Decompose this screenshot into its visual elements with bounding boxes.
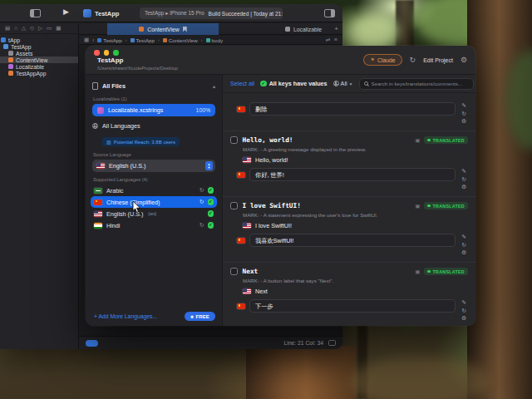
row-checkbox[interactable] bbox=[230, 268, 238, 275]
row-checkbox[interactable] bbox=[230, 136, 238, 144]
zoom-button[interactable] bbox=[113, 50, 119, 56]
dropdown-stepper-icon[interactable]: ▲▼ bbox=[205, 161, 213, 170]
file-row-localizable-xcstrings[interactable]: Localizable.xcstrings 100% bbox=[92, 104, 215, 116]
minimize-button[interactable] bbox=[104, 50, 110, 56]
edit-project-button[interactable]: Edit Project bbox=[423, 57, 453, 63]
breadcrumb[interactable]: body bbox=[206, 37, 223, 43]
us-flag-icon bbox=[96, 163, 105, 169]
translation-input[interactable]: 删除 bbox=[249, 102, 456, 116]
star-icon: ★ bbox=[190, 314, 195, 319]
run-button[interactable]: ▶ bbox=[63, 7, 69, 16]
status-pill[interactable] bbox=[86, 340, 98, 347]
settings-icon[interactable]: ⚙ bbox=[461, 184, 466, 190]
language-row-chinese-simplified[interactable]: Chinese (Simplified) ↻ bbox=[91, 196, 217, 208]
retranslate-icon[interactable]: ↻ bbox=[461, 242, 466, 249]
search-field[interactable] bbox=[359, 78, 474, 90]
project-path: /Users/shawn/XcodeProjects/Desktop bbox=[97, 66, 178, 71]
language-filter-dropdown[interactable]: All ▼ bbox=[333, 80, 353, 87]
edit-icon[interactable]: ✎ bbox=[461, 234, 466, 240]
all-languages-row[interactable]: All Languages bbox=[92, 120, 215, 132]
tab-contentview[interactable]: ContentView bbox=[107, 23, 219, 35]
add-more-languages-button[interactable]: + Add More Languages... bbox=[94, 313, 157, 319]
key-info-icon[interactable]: ▣ bbox=[415, 137, 420, 144]
breadcrumb[interactable]: TestApp bbox=[131, 37, 155, 43]
language-row-arabic[interactable]: Arabic ↻ bbox=[91, 185, 217, 196]
nav-item-contentview[interactable]: ContentView bbox=[0, 57, 78, 63]
project-navigator-icon[interactable]: ▤ bbox=[5, 25, 10, 32]
retranslate-icon[interactable]: ↻ bbox=[461, 176, 466, 183]
issue-navigator-icon[interactable]: △ bbox=[22, 25, 26, 32]
tab-localizable[interactable]: Localizable bbox=[245, 23, 342, 35]
settings-icon[interactable]: ⚙ bbox=[461, 249, 466, 256]
source-language-dropdown[interactable]: English (U.S.) ▲▼ bbox=[92, 160, 215, 172]
select-all-button[interactable]: Select all bbox=[230, 80, 254, 87]
row-checkbox[interactable] bbox=[230, 202, 238, 209]
nav-item-assets[interactable]: Assets bbox=[0, 50, 78, 57]
edit-icon[interactable]: ✎ bbox=[461, 168, 466, 175]
string-key: Hello, world! bbox=[243, 136, 293, 144]
report-navigator-icon[interactable]: ▦ bbox=[56, 25, 61, 32]
china-flag-icon bbox=[237, 106, 245, 112]
free-badge[interactable]: ★ FREE bbox=[185, 312, 215, 321]
debug-navigator-icon[interactable]: ▷ bbox=[38, 25, 42, 32]
source-string: Hello, world! bbox=[243, 156, 468, 164]
language-row-hindi[interactable]: Hindi ↻ bbox=[91, 219, 217, 231]
breadcrumb[interactable]: TestApp bbox=[97, 37, 121, 43]
key-info-icon[interactable]: ▣ bbox=[415, 203, 420, 209]
translation-input[interactable]: 下一步 bbox=[249, 299, 456, 313]
claude-button[interactable]: ✶ Claude bbox=[363, 54, 401, 66]
retranslate-icon[interactable]: ↻ bbox=[461, 308, 466, 314]
source-string: Next bbox=[243, 288, 468, 295]
chevron-up-icon[interactable]: ▴ bbox=[213, 83, 215, 89]
gear-icon[interactable]: ⚙ bbox=[461, 56, 467, 64]
progress-percent: 100% bbox=[196, 107, 210, 113]
nav-item-group[interactable]: TestApp bbox=[0, 43, 78, 50]
string-row-partial[interactable]: 删除 ✎ ↻ ⚙ bbox=[223, 93, 475, 131]
scheme-status-pill[interactable]: TestApp ▸ iPhone 15 Pro Build Succeeded … bbox=[140, 7, 283, 19]
settings-icon[interactable]: ⚙ bbox=[461, 315, 466, 322]
sync-icon[interactable]: ↻ bbox=[200, 199, 204, 205]
search-input[interactable] bbox=[372, 81, 469, 86]
supported-languages-header: Supported Languages (4) bbox=[93, 177, 215, 182]
all-files-row[interactable]: All Files ▴ bbox=[92, 80, 215, 91]
minimap-icon[interactable]: ≡ bbox=[334, 37, 337, 43]
editor-mode-icon[interactable] bbox=[328, 340, 336, 346]
back-icon[interactable]: ‹ bbox=[92, 37, 94, 43]
sync-icon[interactable]: ↻ bbox=[200, 187, 204, 194]
adjust-editor-icon[interactable]: ⇄ bbox=[326, 37, 330, 43]
string-row-i-love-swiftui[interactable]: I love SwiftUI! ▣ TRANSLATED MARK: - A s… bbox=[223, 196, 475, 262]
breadcrumb[interactable]: ContentView bbox=[163, 37, 198, 43]
edit-icon[interactable]: ✎ bbox=[461, 299, 466, 306]
nav-item-localizable[interactable]: Localizable bbox=[0, 63, 78, 70]
reload-icon[interactable]: ↻ bbox=[410, 56, 416, 64]
string-catalog-icon bbox=[8, 64, 13, 69]
close-button[interactable] bbox=[94, 50, 100, 56]
string-row-next[interactable]: Next ▣ TRANSLATED MARK: - A button label… bbox=[223, 262, 475, 326]
toggle-navigator-icon[interactable] bbox=[30, 9, 41, 17]
globe-icon bbox=[333, 81, 339, 86]
toggle-inspector-icon[interactable] bbox=[324, 9, 335, 17]
nav-item-project[interactable]: tApp bbox=[0, 37, 78, 43]
language-row-english-us[interactable]: English (U.S.) (en) bbox=[91, 208, 217, 219]
breakpoint-navigator-icon[interactable]: ▭ bbox=[47, 25, 52, 32]
editor-tab-bar: ContentView Localizable + bbox=[79, 23, 342, 35]
translation-input[interactable]: 我喜欢SwiftUI! bbox=[249, 234, 456, 247]
edit-icon[interactable]: ✎ bbox=[461, 102, 466, 109]
new-tab-button[interactable]: + bbox=[334, 25, 338, 32]
find-navigator-icon[interactable]: ○ bbox=[14, 25, 17, 32]
retranslate-icon[interactable]: ↻ bbox=[461, 111, 466, 117]
line-column-indicator[interactable]: Line: 21 Col: 34 bbox=[283, 340, 323, 346]
key-info-icon[interactable]: ▣ bbox=[415, 268, 420, 275]
scheme-device[interactable]: TestApp ▸ iPhone 15 Pro bbox=[145, 10, 204, 17]
swift-file-icon bbox=[163, 38, 167, 42]
settings-icon[interactable]: ⚙ bbox=[461, 118, 466, 125]
sync-icon[interactable]: ↻ bbox=[200, 222, 204, 229]
related-items-icon[interactable]: ▦ bbox=[84, 37, 89, 43]
string-row-hello-world[interactable]: Hello, world! ▣ TRANSLATED MARK: - A gre… bbox=[223, 131, 475, 196]
test-navigator-icon[interactable]: ◇ bbox=[30, 25, 34, 32]
tree-trunk bbox=[246, 346, 356, 399]
translation-input[interactable]: 你好, 世界! bbox=[249, 168, 456, 181]
pin-icon[interactable] bbox=[183, 27, 187, 32]
nav-item-testappapp[interactable]: TestAppApp bbox=[0, 70, 78, 76]
screen: ▶ TestApp TestApp ▸ iPhone 15 Pro Build … bbox=[0, 0, 532, 399]
